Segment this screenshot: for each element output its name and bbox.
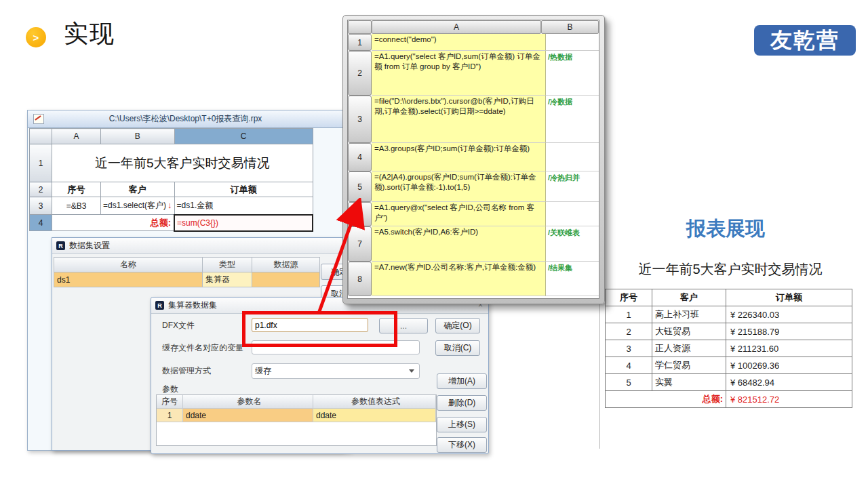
code-cell-a7[interactable]: =A5.switch(客户ID,A6:客户ID) <box>372 226 546 262</box>
cell-index: 3 <box>606 340 652 357</box>
cell-amount: ¥ 100269.36 <box>726 357 852 374</box>
red-down-arrow-icon: ↓ <box>167 200 172 210</box>
dataset-table: 名称 类型 数据源 ds1 集算器 <box>54 257 320 287</box>
dialog-title: 数据集设置 <box>69 240 110 251</box>
bullet-chevron-icon: > <box>26 27 46 47</box>
cell-index: 5 <box>606 374 652 391</box>
designer-file-path: C:\Users\李松波\Desktop\T+0报表查询.rpx <box>109 113 262 125</box>
code-cell-b7[interactable]: /关联维表 <box>546 226 599 262</box>
designer-row-header-3[interactable]: 3 <box>30 197 52 215</box>
param-row-name[interactable]: ddate <box>183 409 313 422</box>
designer-formula-cell-c3[interactable]: =ds1.金额 <box>174 197 313 215</box>
code-cell-b2[interactable]: /热数据 <box>546 51 599 96</box>
table-row: 3 正人资源 ¥ 211231.60 <box>606 340 852 357</box>
cell-customer: 高上补习班 <box>652 306 726 323</box>
code-row: 1 =connect("demo") <box>348 34 599 51</box>
param-row-index[interactable]: 1 <box>157 409 183 422</box>
esproc-logo-icon: R <box>155 301 164 310</box>
code-row-number[interactable]: 7 <box>348 226 372 262</box>
code-cell-a2[interactable]: =A1.query("select 客户ID,sum(订单金额) 订单金额 fr… <box>372 51 546 96</box>
cancel-button[interactable]: 取消(C) <box>435 340 480 356</box>
code-corner-cell[interactable] <box>348 20 372 34</box>
browse-button[interactable]: ... <box>379 318 428 333</box>
designer-formula-cell-b3[interactable]: =ds1.select(客户)↓ <box>101 197 175 215</box>
total-value: ¥ 821512.72 <box>726 391 852 408</box>
code-cell-a6[interactable]: =A1.query@x("select 客户ID,公司名称 from 客户") <box>372 202 546 226</box>
code-cell-a1[interactable]: =connect("demo") <box>372 34 546 51</box>
table-row: 1 高上补习班 ¥ 226340.03 <box>606 306 852 323</box>
dataset-row-source[interactable] <box>252 272 320 287</box>
code-cell-b8[interactable]: /结果集 <box>546 262 599 296</box>
code-cell-b4[interactable] <box>546 143 599 171</box>
code-cell-b3[interactable]: /冷数据 <box>546 96 599 143</box>
edit-report-icon <box>33 114 44 124</box>
param-row-expression[interactable]: ddate <box>313 409 436 422</box>
designer-col-header-c[interactable]: C <box>174 129 313 144</box>
code-cell-b5[interactable]: /冷热归并 <box>546 171 599 202</box>
ok-button[interactable]: 确定(O) <box>435 318 480 333</box>
dropdown-chevron-icon <box>409 369 414 373</box>
cell-amount: ¥ 215188.79 <box>726 323 852 340</box>
code-col-header-b[interactable]: B <box>541 20 599 34</box>
dfx-file-input[interactable] <box>252 318 368 332</box>
esproc-logo-icon: R <box>56 241 65 250</box>
page-title: 实现 <box>64 18 115 51</box>
delete-button[interactable]: 删除(D) <box>437 395 487 411</box>
code-row: 5 =(A2|A4).groups(客户ID;sum(订单金额):订单金额).s… <box>348 171 599 202</box>
code-row-number[interactable]: 4 <box>348 143 372 171</box>
code-cell-a4[interactable]: =A3.groups(客户ID;sum(订单金额):订单金额) <box>372 143 546 171</box>
move-up-button[interactable]: 上移(S) <box>437 417 487 432</box>
dialog-title-bar[interactable]: R 数据集设置 <box>52 238 350 254</box>
code-row-number[interactable]: 5 <box>348 171 372 202</box>
code-cell-a8[interactable]: =A7.new(客户ID.公司名称:客户,订单金额:金额) <box>372 262 546 296</box>
designer-total-label-cell[interactable]: 总额: <box>52 215 175 231</box>
data-management-select[interactable]: 缓存 <box>252 363 420 379</box>
cell-amount: ¥ 226340.03 <box>726 306 852 323</box>
cell-customer: 学仁贸易 <box>652 357 726 374</box>
designer-row-header-1[interactable]: 1 <box>30 144 52 182</box>
code-row-number[interactable]: 6 <box>348 202 372 226</box>
total-label: 总额: <box>606 391 726 408</box>
designer-total-formula-cell[interactable]: =sum(C3{}) <box>174 215 313 231</box>
report-col-index: 序号 <box>606 289 652 306</box>
code-cell-b6[interactable] <box>546 202 599 226</box>
code-cell-b1[interactable] <box>546 34 599 51</box>
designer-report-title-cell[interactable]: 近一年前5大客户实时交易情况 <box>52 144 313 182</box>
table-row: 2 大钰贸易 ¥ 215188.79 <box>606 323 852 340</box>
code-row-number[interactable]: 2 <box>348 51 372 96</box>
code-row: 8 =A7.new(客户ID.公司名称:客户,订单金额:金额) /结果集 <box>348 262 599 296</box>
code-col-header-a[interactable]: A <box>372 20 541 34</box>
designer-formula-cell-a3[interactable]: =&B3 <box>52 197 101 215</box>
esproc-dataset-dialog: R 集算器数据集 × DFX文件 ... 确定(O) 缓存文件名对应的变量 取消… <box>151 297 489 454</box>
designer-header-cell[interactable]: 客户 <box>101 182 175 197</box>
cell-amount: ¥ 211231.60 <box>726 340 852 357</box>
designer-row-header-4[interactable]: 4 <box>30 215 52 231</box>
move-down-button[interactable]: 下移(X) <box>437 437 487 453</box>
esproc-code-panel: A B 1 =connect("demo") 2 =A1.query("sele… <box>342 15 605 304</box>
dataset-row-name[interactable]: ds1 <box>54 272 203 287</box>
dialog-title: 集算器数据集 <box>168 300 217 311</box>
cell-customer: 大钰贸易 <box>652 323 726 340</box>
designer-col-header-b[interactable]: B <box>101 129 175 144</box>
cell-index: 2 <box>606 323 652 340</box>
add-button[interactable]: 增加(A) <box>437 373 487 389</box>
dataset-col-type: 类型 <box>203 258 252 272</box>
designer-col-header-a[interactable]: A <box>52 129 101 144</box>
formula-text: =ds1.select(客户) <box>103 201 166 210</box>
code-row-number[interactable]: 8 <box>348 262 372 296</box>
designer-header-cell[interactable]: 订单额 <box>174 182 313 197</box>
code-row-number[interactable]: 1 <box>348 34 372 51</box>
param-col-name: 参数名 <box>183 395 313 409</box>
cache-variable-input[interactable] <box>252 340 420 354</box>
report-col-customer: 客户 <box>652 289 726 306</box>
designer-row-header-2[interactable]: 2 <box>30 182 52 197</box>
cell-customer: 实翼 <box>652 374 726 391</box>
dataset-row-type[interactable]: 集算器 <box>203 272 252 287</box>
code-cell-a5[interactable]: =(A2|A4).groups(客户ID;sum(订单金额):订单金额).sor… <box>372 171 546 202</box>
designer-corner-cell[interactable] <box>30 129 52 144</box>
code-cell-a3[interactable]: =file("D:\\orders.btx").cursor@b(客户ID,订购… <box>372 96 546 143</box>
code-row-number[interactable]: 3 <box>348 96 372 143</box>
designer-title-bar[interactable]: C:\Users\李松波\Desktop\T+0报表查询.rpx <box>28 110 343 128</box>
designer-header-cell[interactable]: 序号 <box>52 182 101 197</box>
code-row: 7 =A5.switch(客户ID,A6:客户ID) /关联维表 <box>348 226 599 262</box>
